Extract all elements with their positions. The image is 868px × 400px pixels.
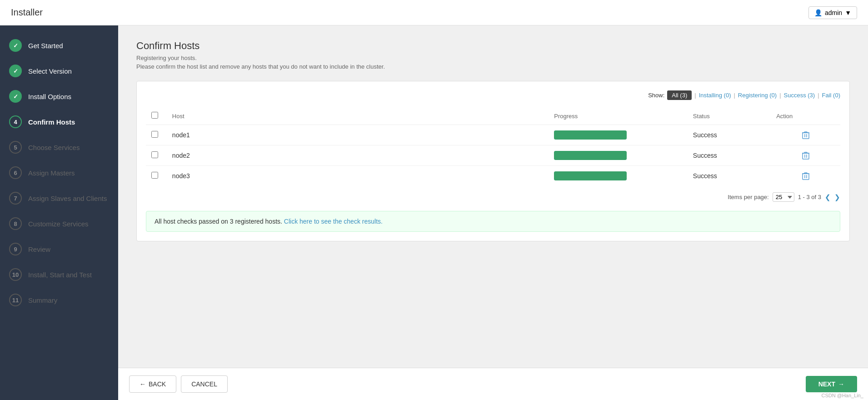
success-message: All host checks passed on 3 registered h… (146, 211, 840, 232)
filter-bar: Show: All (3) | Installing (0) | Registe… (146, 90, 840, 100)
status-3: Success (688, 166, 771, 186)
sidebar-step-label-2: Select Version (28, 67, 72, 75)
cancel-button[interactable]: CANCEL (181, 375, 228, 393)
progress-bar-cell-3 (549, 166, 688, 186)
action-cell-1 (771, 125, 840, 145)
row-checkbox-3[interactable] (151, 172, 158, 179)
show-label: Show: (648, 92, 664, 99)
progress-bar-wrap-2 (554, 151, 627, 160)
navbar: Installer 👤 admin ▼ (0, 0, 868, 25)
left-buttons: ← BACK CANCEL (129, 375, 228, 393)
host-name-1: node1 (167, 125, 549, 145)
delete-button-3[interactable] (776, 172, 835, 180)
progress-bar-cell-2 (549, 145, 688, 166)
sidebar-step-label-1: Get Started (28, 42, 63, 50)
sidebar-step-1[interactable]: ✓Get Started (0, 33, 118, 58)
svg-rect-4 (803, 153, 809, 159)
content-body: Confirm Hosts Registering your hosts. Pl… (118, 25, 868, 368)
progress-bar-wrap-1 (554, 130, 627, 140)
step-circle-9: 9 (9, 243, 22, 255)
success-text: All host checks passed on 3 registered h… (155, 218, 282, 225)
username-label: admin (825, 9, 842, 16)
sidebar-step-6: 6Assign Masters (0, 160, 118, 185)
table-row: node3 Success (146, 166, 840, 186)
sidebar-step-2[interactable]: ✓Select Version (0, 58, 118, 84)
page-range: 1 - 3 of 3 (798, 194, 821, 200)
sidebar-step-3[interactable]: ✓Install Options (0, 84, 118, 109)
row-checkbox-2[interactable] (151, 151, 158, 158)
sidebar-step-11: 11Summary (0, 287, 118, 313)
sidebar-step-label-5: Choose Services (28, 144, 80, 151)
page-subtitle1: Registering your hosts. (136, 55, 850, 61)
content-area: Confirm Hosts Registering your hosts. Pl… (118, 25, 868, 400)
step-circle-10: 10 (9, 268, 22, 281)
filter-all[interactable]: All (3) (667, 90, 692, 100)
sidebar-step-label-10: Install, Start and Test (28, 271, 92, 279)
prev-page-button[interactable]: ❮ (825, 193, 831, 201)
next-arrow-icon: → (838, 380, 844, 388)
sidebar-step-label-11: Summary (28, 296, 57, 304)
status-1: Success (688, 125, 771, 145)
step-circle-3: ✓ (9, 90, 22, 103)
per-page-label: Items per page: (728, 194, 768, 200)
filter-registering[interactable]: Registering (0) (738, 92, 777, 99)
progress-bar-cell-1 (549, 125, 688, 145)
step-circle-6: 6 (9, 166, 22, 179)
filter-success[interactable]: Success (3) (784, 92, 815, 99)
svg-rect-8 (803, 174, 809, 180)
host-col-header: Host (167, 107, 549, 125)
progress-bar-fill-3 (554, 171, 627, 180)
status-col-header: Status (688, 107, 771, 125)
progress-bar-fill-1 (554, 130, 627, 140)
step-circle-4: 4 (9, 115, 22, 128)
sidebar-step-label-9: Review (28, 245, 50, 253)
sidebar-step-5: 5Choose Services (0, 135, 118, 160)
filter-fail[interactable]: Fail (0) (822, 92, 840, 99)
sidebar-step-4[interactable]: 4Confirm Hosts (0, 109, 118, 135)
step-circle-1: ✓ (9, 39, 22, 52)
page-subtitle2: Please confirm the host list and remove … (136, 63, 850, 70)
host-name-2: node2 (167, 145, 549, 166)
back-button[interactable]: ← BACK (129, 375, 176, 393)
bottom-nav: ← BACK CANCEL NEXT → (118, 368, 868, 400)
back-arrow-icon: ← (140, 380, 146, 388)
table-row: node1 Success (146, 125, 840, 145)
user-menu-button[interactable]: 👤 admin ▼ (808, 6, 857, 19)
delete-button-1[interactable] (776, 131, 835, 139)
host-name-3: node3 (167, 166, 549, 186)
table-row: node2 Success (146, 145, 840, 166)
action-col-header: Action (771, 107, 840, 125)
progress-bar-fill-2 (554, 151, 627, 160)
next-page-button[interactable]: ❯ (834, 193, 840, 201)
next-button[interactable]: NEXT → (806, 376, 857, 392)
hosts-table: Host Progress Status Action node1 Succes… (146, 107, 840, 186)
user-icon: 👤 (814, 9, 822, 16)
filter-installing[interactable]: Installing (0) (699, 92, 731, 99)
sidebar-step-10: 10Install, Start and Test (0, 262, 118, 287)
sidebar-step-9: 9Review (0, 236, 118, 262)
page-title: Confirm Hosts (136, 40, 850, 52)
sidebar-step-label-3: Install Options (28, 93, 71, 100)
per-page-select[interactable]: 25 50 100 (773, 192, 794, 202)
step-circle-8: 8 (9, 217, 22, 230)
step-circle-11: 11 (9, 294, 22, 306)
dropdown-arrow-icon: ▼ (845, 9, 851, 16)
watermark: CSDN @Han_Lin_ (822, 393, 864, 398)
sidebar-step-7: 7Assign Slaves and Clients (0, 185, 118, 211)
step-circle-2: ✓ (9, 65, 22, 77)
sidebar-step-label-6: Assign Masters (28, 169, 75, 177)
hosts-card: Show: All (3) | Installing (0) | Registe… (136, 81, 850, 241)
progress-bar-wrap-3 (554, 171, 627, 180)
sidebar-step-8: 8Customize Services (0, 211, 118, 236)
select-all-checkbox[interactable] (151, 112, 158, 119)
svg-rect-0 (803, 133, 809, 139)
progress-col-header: Progress (549, 107, 688, 125)
step-circle-5: 5 (9, 141, 22, 154)
back-label: BACK (149, 380, 166, 388)
row-checkbox-1[interactable] (151, 131, 158, 138)
sidebar-step-label-7: Assign Slaves and Clients (28, 195, 107, 202)
sidebar-step-label-4: Confirm Hosts (28, 118, 75, 126)
status-2: Success (688, 145, 771, 166)
check-results-link[interactable]: Click here to see the check results. (284, 218, 383, 225)
delete-button-2[interactable] (776, 151, 835, 160)
